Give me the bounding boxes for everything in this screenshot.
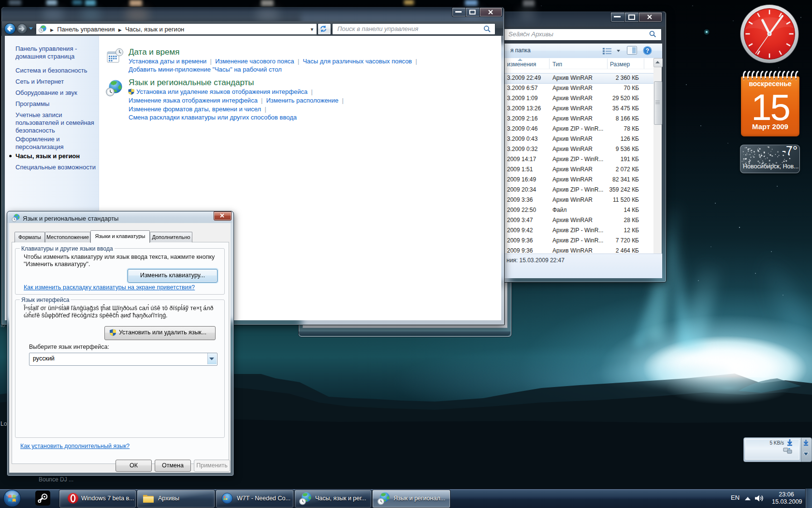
- svg-text:?: ?: [646, 47, 649, 54]
